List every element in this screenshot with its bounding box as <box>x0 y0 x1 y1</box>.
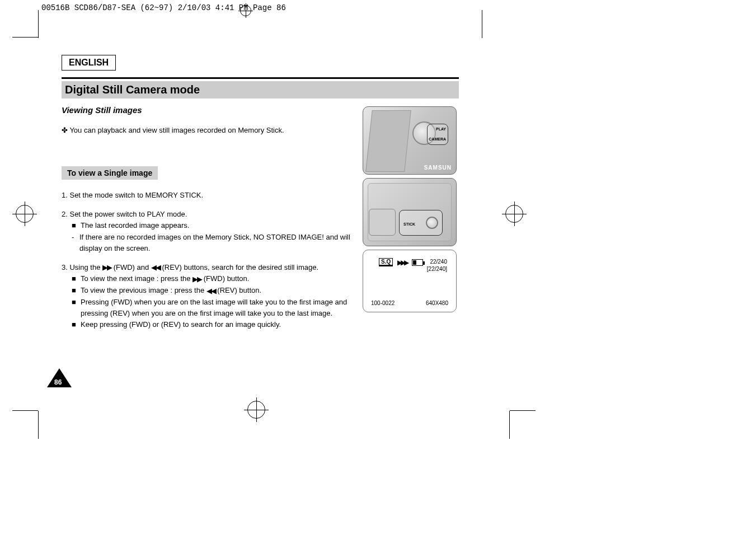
feature-heading: To view a Single image <box>62 166 158 180</box>
intro-bullet: ✤ You can playback and view still images… <box>62 125 358 136</box>
title-rule <box>62 77 459 79</box>
fast-forward-icon: ▶▶ <box>192 274 201 285</box>
quality-badge: S.Q <box>379 258 393 266</box>
fast-forward-icon: ▶▶▶ <box>397 259 407 266</box>
rewind-icon: ◀◀ <box>206 285 215 297</box>
registration-mark-icon <box>12 202 37 226</box>
page-number: 86 <box>54 378 62 386</box>
fast-forward-icon: ▶▶ <box>102 262 111 273</box>
section-title: Digital Still Camera mode <box>65 83 200 96</box>
registration-mark-icon <box>244 397 269 422</box>
crop-mark-icon <box>482 10 482 38</box>
crop-mark-icon <box>12 410 38 411</box>
registration-mark-icon <box>238 3 253 18</box>
crop-mark-icon <box>12 37 38 38</box>
illustration-mode-switch: STICK <box>363 178 457 246</box>
play-label: PLAY <box>436 127 446 131</box>
lcd-counter: 22/240 <box>427 258 447 265</box>
battery-icon <box>412 259 423 266</box>
crop-mark-icon <box>510 410 536 411</box>
rewind-icon: ◀◀ <box>151 262 160 273</box>
switch-knob-icon <box>426 217 438 229</box>
language-badge: ENGLISH <box>62 55 116 71</box>
illustration-power-switch: PLAY CAMERA SAMSUN <box>363 106 457 175</box>
step-1: 1. Set the mode switch to MEMORY STICK. <box>62 190 358 201</box>
lcd-filename: 100-0022 <box>371 300 395 306</box>
camera-label: CAMERA <box>429 137 446 141</box>
crop-mark-icon <box>38 411 39 439</box>
illustration-lcd-screen: S.Q ▶▶▶ 22/240 [22/240] 100-0022 640X480 <box>363 250 457 312</box>
crop-mark-icon <box>509 411 510 439</box>
section-title-bar: Digital Still Camera mode <box>62 81 459 99</box>
stick-label: STICK <box>403 222 415 226</box>
step-3: 3. Using the ▶▶ (FWD) and ◀◀ (REV) butto… <box>62 262 358 330</box>
lcd-resolution: 640X480 <box>426 300 448 306</box>
step-2: 2. Set the power switch to PLAY mode. ■T… <box>62 209 358 254</box>
crop-mark-icon <box>38 10 39 38</box>
brand-text: SAMSUN <box>424 165 452 171</box>
registration-mark-icon <box>502 202 527 226</box>
lcd-counter-bracket: [22/240] <box>427 265 447 273</box>
